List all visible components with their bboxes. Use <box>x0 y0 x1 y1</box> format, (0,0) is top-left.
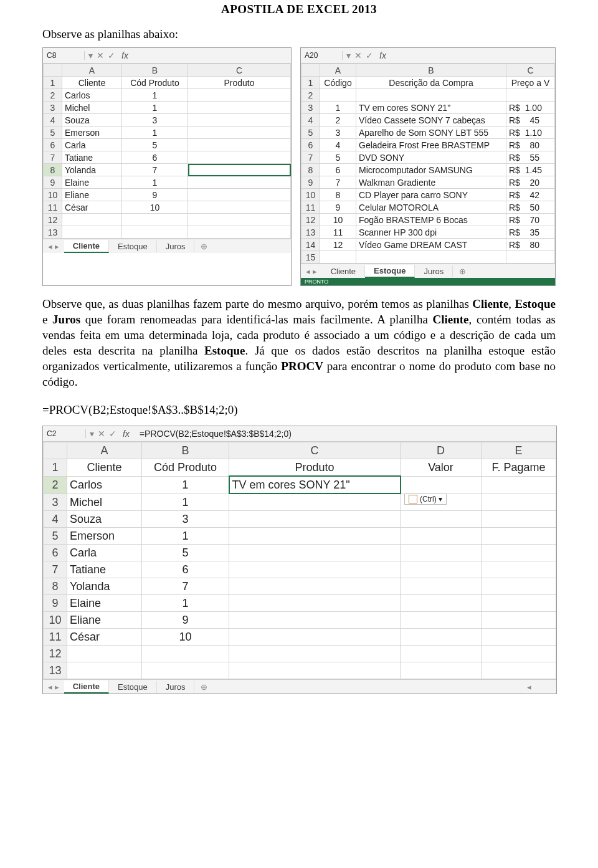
cell[interactable] <box>188 214 291 226</box>
cell[interactable]: 7 <box>320 176 356 189</box>
col-header[interactable]: E <box>482 442 556 459</box>
cell[interactable]: Emerson <box>62 126 122 139</box>
row-header[interactable]: 9 <box>301 176 320 189</box>
cell[interactable]: 6 <box>142 561 229 578</box>
cell[interactable]: Elaine <box>67 595 142 612</box>
cell[interactable]: 11 <box>320 226 356 239</box>
cell[interactable]: Preço a V <box>506 77 555 89</box>
enter-icon[interactable]: ✓ <box>108 50 115 60</box>
row-header[interactable]: 3 <box>44 494 67 511</box>
cell[interactable]: 1 <box>142 476 229 494</box>
cell[interactable]: R$ 1.10 <box>506 126 555 139</box>
cell[interactable]: Michel <box>67 494 142 511</box>
cell[interactable]: Vídeo Cassete SONY 7 cabeças <box>356 114 506 126</box>
cell[interactable]: Aparelho de Som SONY LBT 555 <box>356 126 506 139</box>
cell[interactable]: R$ 20 <box>506 176 555 189</box>
cell[interactable] <box>229 612 401 629</box>
cell[interactable] <box>356 251 506 264</box>
cell[interactable]: Produto <box>229 459 401 477</box>
col-header[interactable]: C <box>188 64 291 77</box>
cell[interactable] <box>401 612 482 629</box>
row-header[interactable]: 3 <box>44 102 62 114</box>
row-header[interactable]: 4 <box>44 511 67 528</box>
cell[interactable]: 6 <box>122 151 188 164</box>
cell[interactable] <box>482 595 556 612</box>
cell[interactable] <box>482 629 556 646</box>
cell[interactable] <box>188 139 291 151</box>
cell[interactable]: Cód Produto <box>122 77 188 89</box>
cell[interactable]: 10 <box>320 214 356 226</box>
dropdown-icon[interactable]: ▾ <box>88 50 93 60</box>
cell[interactable]: Walkman Gradiente <box>356 176 506 189</box>
cell[interactable]: 10 <box>142 629 229 646</box>
spreadsheet-grid[interactable]: A B C 1 Cliente Cód Produto Produto 2Car… <box>43 64 291 239</box>
row-header[interactable]: 7 <box>44 151 62 164</box>
row-header[interactable]: 6 <box>301 139 320 151</box>
cell[interactable]: R$ 55 <box>506 151 555 164</box>
cell[interactable]: 12 <box>320 239 356 251</box>
selected-cell[interactable]: TV em cores SONY 21" <box>229 476 401 494</box>
cell[interactable] <box>188 176 291 189</box>
cell[interactable] <box>401 578 482 595</box>
col-header[interactable]: C <box>506 64 555 77</box>
row-header[interactable]: 5 <box>44 126 62 139</box>
cell[interactable]: Cliente <box>62 77 122 89</box>
cell[interactable]: 1 <box>122 89 188 102</box>
cell[interactable] <box>401 511 482 528</box>
cell[interactable]: 10 <box>122 201 188 214</box>
cell[interactable]: 3 <box>320 126 356 139</box>
cell[interactable] <box>188 114 291 126</box>
tab-juros[interactable]: Juros <box>157 681 195 693</box>
cell[interactable] <box>356 89 506 102</box>
cell[interactable]: 1 <box>122 176 188 189</box>
cell[interactable] <box>482 646 556 662</box>
dropdown-icon[interactable]: ▾ <box>90 429 94 439</box>
cell[interactable]: F. Pagame <box>482 459 556 477</box>
cell[interactable]: R$ 1.45 <box>506 164 555 176</box>
cell[interactable]: 7 <box>142 578 229 595</box>
row-header[interactable]: 7 <box>44 561 67 578</box>
cell[interactable]: R$ 45 <box>506 114 555 126</box>
row-header[interactable]: 10 <box>44 612 67 629</box>
cell[interactable]: Eliane <box>62 189 122 201</box>
row-header[interactable]: 14 <box>301 239 320 251</box>
cell[interactable]: R$ 1.00 <box>506 102 555 114</box>
cell[interactable] <box>229 595 401 612</box>
row-header[interactable]: 9 <box>44 176 62 189</box>
row-header[interactable]: 10 <box>44 189 62 201</box>
cell[interactable] <box>401 561 482 578</box>
cell[interactable] <box>401 595 482 612</box>
row-header[interactable]: 10 <box>301 189 320 201</box>
cell[interactable] <box>62 214 122 226</box>
cell[interactable]: R$ 80 <box>506 239 555 251</box>
row-header[interactable]: 15 <box>301 251 320 264</box>
cell[interactable]: Código <box>320 77 356 89</box>
cell[interactable] <box>482 545 556 561</box>
cell[interactable]: Emerson <box>67 528 142 545</box>
cell[interactable]: 8 <box>320 189 356 201</box>
cell[interactable]: 1 <box>142 595 229 612</box>
cell[interactable] <box>229 578 401 595</box>
row-header[interactable]: 6 <box>44 545 67 561</box>
cell[interactable] <box>229 629 401 646</box>
name-box[interactable]: C8 <box>43 51 85 60</box>
cell[interactable]: 1 <box>142 528 229 545</box>
row-header[interactable]: 8 <box>44 578 67 595</box>
formula-input[interactable]: =PROCV(B2;Estoque!$A$3:$B$14;2;0) <box>136 429 556 439</box>
spreadsheet-grid[interactable]: A B C D E 1 Cliente Cód Produto Produto … <box>43 442 556 679</box>
cell[interactable] <box>320 251 356 264</box>
cell[interactable] <box>67 662 142 679</box>
cancel-icon[interactable]: ✕ <box>98 429 105 439</box>
selected-cell[interactable] <box>188 164 291 176</box>
cell[interactable] <box>122 226 188 239</box>
cell[interactable]: R$ 35 <box>506 226 555 239</box>
cell[interactable]: R$ 70 <box>506 214 555 226</box>
cell[interactable]: CD Player para carro SONY <box>356 189 506 201</box>
cell[interactable] <box>401 646 482 662</box>
cell[interactable]: 1 <box>142 494 229 511</box>
cell[interactable]: TV em cores SONY 21" <box>356 102 506 114</box>
cell[interactable]: Carla <box>67 545 142 561</box>
cell[interactable] <box>229 528 401 545</box>
enter-icon[interactable]: ✓ <box>366 50 373 60</box>
fx-icon[interactable]: fx <box>119 50 131 60</box>
